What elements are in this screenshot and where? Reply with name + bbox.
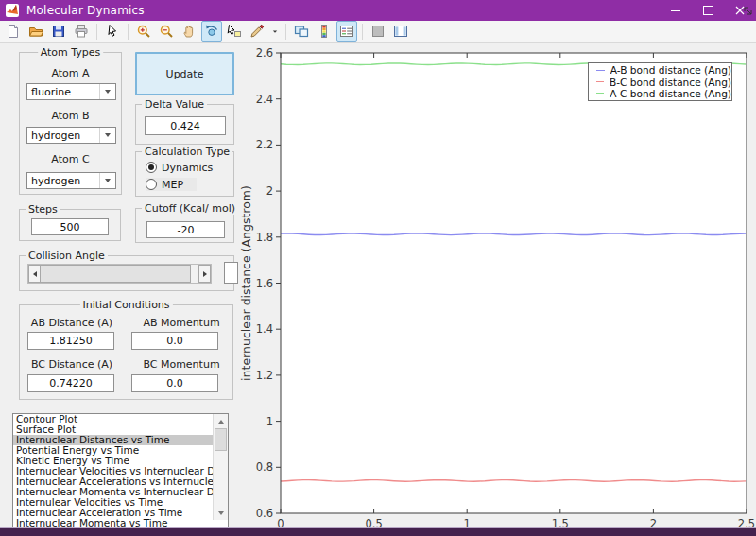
mep-radio[interactable]: MEP <box>146 178 197 191</box>
legend-line-sample <box>596 93 604 94</box>
legend-entry: A-C bond distance (Ang) <box>589 88 731 99</box>
atom-c-dropdown[interactable]: hydrogen <box>26 172 116 189</box>
svg-text:0.8: 0.8 <box>256 460 273 474</box>
chevron-down-icon <box>99 173 115 188</box>
data-cursor-icon[interactable] <box>224 21 245 42</box>
legend-line-sample <box>596 81 604 82</box>
show-plot-tools-icon[interactable] <box>390 21 411 42</box>
slider-thumb[interactable] <box>40 265 191 283</box>
calculation-type-panel: Calculation Type Dynamics MEP <box>135 151 234 197</box>
cutoff-title: Cutoff (Kcal/ mol) <box>142 202 238 215</box>
hide-plot-tools-icon[interactable] <box>368 21 388 42</box>
steps-title: Steps <box>26 203 60 216</box>
pointer-icon[interactable] <box>102 21 123 42</box>
plot-legend[interactable]: A-B bond distance (Ang) B-C bond distanc… <box>588 62 732 101</box>
delta-value-title: Delta Value <box>142 98 207 111</box>
dynamics-radio-label: Dynamics <box>162 162 213 174</box>
atom-a-value: fluorine <box>27 86 99 98</box>
legend-label: A-B bond distance (Ang) <box>610 64 731 76</box>
delta-value-field[interactable]: 0.424 <box>145 116 226 135</box>
slider-right-arrow[interactable] <box>198 265 211 283</box>
collision-angle-title: Collision Angle <box>26 250 108 262</box>
atom-c-label: Atom C <box>20 153 121 165</box>
plot-type-listbox[interactable]: Contour PlotSurface PlotInternuclear Dis… <box>12 413 229 528</box>
toolbar-separator <box>96 24 97 40</box>
title-bar[interactable]: Molecular Dynamics <box>0 0 756 21</box>
chevron-down-icon <box>99 128 115 143</box>
atom-b-label: Atom B <box>20 110 121 122</box>
ab-momentum-label: AB Momentum <box>129 317 233 329</box>
collision-angle-slider[interactable] <box>27 264 212 284</box>
radio-icon <box>146 179 157 190</box>
axes-plot: 0.60.811.21.41.61.822.22.42.600.511.522.… <box>236 43 756 528</box>
arrow-left-icon <box>33 271 37 277</box>
collision-angle-panel: Collision Angle <box>19 255 234 291</box>
maximize-button[interactable] <box>692 0 724 21</box>
ab-distance-field[interactable]: 1.81250 <box>27 332 114 350</box>
mep-radio-label: MEP <box>162 179 183 191</box>
cutoff-field[interactable]: -20 <box>146 221 225 238</box>
svg-text:1.8: 1.8 <box>256 231 273 244</box>
atom-a-label: Atom A <box>20 67 121 79</box>
bc-momentum-label: BC Momentum <box>129 358 233 371</box>
window-title: Molecular Dynamics <box>26 4 145 17</box>
atom-a-dropdown[interactable]: fluorine <box>26 83 116 100</box>
insert-colorbar-icon[interactable] <box>314 21 335 42</box>
steps-panel: Steps 500 <box>19 209 121 241</box>
brush-icon[interactable] <box>247 21 267 42</box>
legend-line-sample <box>596 70 605 71</box>
legend-entry: B-C bond distance (Ang) <box>589 77 731 88</box>
svg-text:2: 2 <box>266 184 273 198</box>
calculation-type-title: Calculation Type <box>142 146 232 158</box>
minimize-icon <box>671 10 680 11</box>
svg-text:2.4: 2.4 <box>256 93 273 106</box>
insert-legend-icon[interactable] <box>336 21 357 42</box>
ab-momentum-field[interactable]: 0.0 <box>131 332 218 350</box>
legend-label: B-C bond distance (Ang) <box>610 77 731 88</box>
svg-text:0.6: 0.6 <box>256 507 273 520</box>
radio-icon <box>146 162 157 173</box>
zoom-out-icon[interactable] <box>156 21 177 42</box>
open-folder-icon[interactable] <box>26 21 46 42</box>
steps-field[interactable]: 500 <box>31 218 109 235</box>
figure-toolbar <box>0 21 756 43</box>
app-window: Molecular Dynamics Atom Types Atom A flu… <box>0 0 756 536</box>
bc-distance-field[interactable]: 0.74220 <box>27 374 114 392</box>
legend-entry: A-B bond distance (Ang) <box>589 64 731 76</box>
rotate-3d-icon[interactable] <box>201 21 222 42</box>
dynamics-radio[interactable]: Dynamics <box>146 161 213 174</box>
cutoff-panel: Cutoff (Kcal/ mol) -20 <box>135 208 234 243</box>
new-file-icon[interactable] <box>3 21 24 42</box>
bc-momentum-field[interactable]: 0.0 <box>131 374 218 392</box>
scroll-up-icon[interactable] <box>214 416 228 426</box>
pan-hand-icon[interactable] <box>179 21 199 42</box>
atom-b-value: hydrogen <box>27 130 99 142</box>
minimize-button[interactable] <box>660 0 692 21</box>
maximize-icon <box>703 6 713 15</box>
update-button[interactable]: Update <box>135 52 234 95</box>
save-icon[interactable] <box>48 21 69 42</box>
bc-distance-label: BC Distance (A) <box>20 358 124 371</box>
print-icon[interactable] <box>71 21 92 42</box>
atom-c-value: hydrogen <box>27 175 99 187</box>
chevron-down-icon <box>99 84 115 99</box>
toolbar-separator <box>128 24 129 40</box>
atom-b-dropdown[interactable]: hydrogen <box>26 127 116 144</box>
svg-text:2.2: 2.2 <box>256 138 273 151</box>
toolbar-separator <box>285 24 286 40</box>
svg-text:1.6: 1.6 <box>256 277 273 290</box>
svg-text:1.4: 1.4 <box>256 322 273 336</box>
scrollbar-thumb[interactable] <box>215 428 227 451</box>
legend-label: A-C bond distance (Ang) <box>610 88 731 99</box>
svg-text:1.2: 1.2 <box>256 369 273 382</box>
link-plots-icon[interactable] <box>291 21 312 42</box>
scroll-down-icon[interactable] <box>214 508 228 518</box>
zoom-in-icon[interactable] <box>133 21 154 42</box>
matlab-app-icon <box>6 4 19 17</box>
dropdown-caret-icon[interactable] <box>269 21 281 42</box>
toolbar-overflow-icon[interactable] <box>744 6 752 18</box>
atom-types-panel: Atom Types Atom A fluorine Atom B hydrog… <box>19 52 122 195</box>
listbox-scrollbar[interactable] <box>213 414 228 520</box>
arrow-right-icon <box>203 271 207 277</box>
svg-text:2.6: 2.6 <box>256 46 273 60</box>
